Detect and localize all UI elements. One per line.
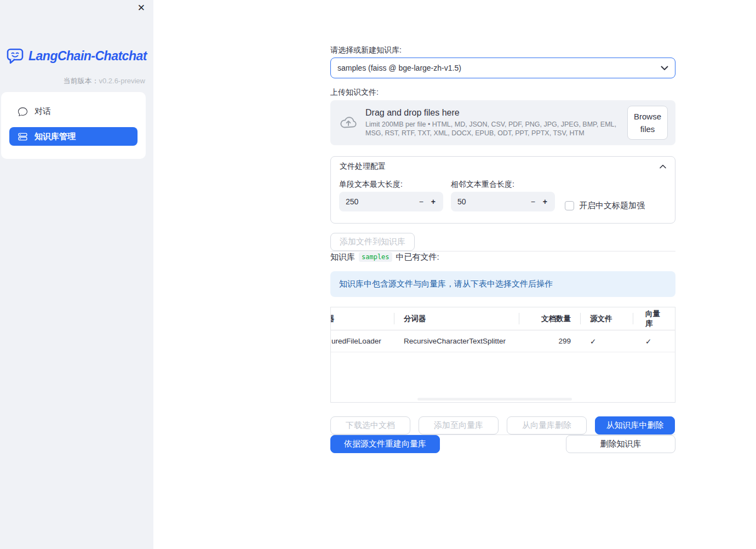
add-files-to-kb-button[interactable]: 添加文件到知识库 bbox=[330, 233, 415, 251]
add-to-vector-store-button[interactable]: 添加至向量库 bbox=[419, 416, 499, 434]
chunk-size-label: 单段文本最大长度: bbox=[339, 180, 443, 189]
kb-files-table[interactable]: 器 分词器 文档数量 源文件 向量库 uredFileLoader Recurs… bbox=[330, 307, 675, 403]
dropzone-text: Drag and drop files here Limit 200MB per… bbox=[365, 108, 627, 138]
check-icon: ✓ bbox=[645, 337, 651, 346]
overlap-size-input[interactable]: 50 − + bbox=[451, 192, 555, 211]
cell-splitter[interactable]: RecursiveCharacterTextSplitter bbox=[394, 330, 519, 352]
cell-source-file-check[interactable]: ✓ bbox=[581, 330, 633, 352]
sidebar-close-icon[interactable]: ✕ bbox=[138, 3, 145, 13]
info-banner-text: 知识库中包含源文件与向量库，请从下表中选择文件后操作 bbox=[339, 279, 553, 289]
column-header-source-file[interactable]: 源文件 bbox=[581, 307, 633, 330]
kb-files-suffix: 中已有文件: bbox=[396, 252, 439, 262]
kb-files-prefix: 知识库 bbox=[330, 252, 355, 262]
column-header-splitter[interactable]: 分词器 bbox=[394, 307, 519, 330]
cell-vector-store-check[interactable]: ✓ bbox=[633, 330, 675, 352]
overlap-size-value: 50 bbox=[457, 197, 527, 206]
cloud-upload-icon bbox=[339, 116, 358, 130]
delete-from-kb-button[interactable]: 从知识库中删除 bbox=[595, 416, 675, 434]
kb-select-label: 请选择或新建知识库: bbox=[330, 45, 675, 55]
sidebar-item-dialogue[interactable]: 对话 bbox=[9, 102, 138, 121]
kb-files-heading: 知识库 samples 中已有文件: bbox=[330, 251, 675, 262]
version-value: v0.2.6-preview bbox=[99, 77, 145, 85]
sidebar-menu: 对话 知识库管理 bbox=[1, 92, 146, 159]
kb-selectbox[interactable]: samples (faiss @ bge-large-zh-v1.5) bbox=[330, 58, 675, 78]
browse-files-button[interactable]: Browse files bbox=[627, 106, 668, 140]
cell-loader[interactable]: uredFileLoader bbox=[331, 330, 394, 352]
dropzone-title: Drag and drop files here bbox=[365, 108, 627, 118]
zh-title-checkbox-label: 开启中文标题加强 bbox=[579, 201, 645, 211]
expander-title: 文件处理配置 bbox=[340, 162, 660, 171]
app-title: LangChain-Chatchat bbox=[28, 49, 147, 64]
delete-kb-button[interactable]: 删除知识库 bbox=[566, 435, 675, 453]
main-area: 请选择或新建知识库: samples (faiss @ bge-large-zh… bbox=[153, 0, 756, 549]
sidebar: ✕ LangChain-Chatchat 当前版本：v0.2.6-preview… bbox=[0, 0, 153, 549]
overlap-size-label: 相邻文本重合长度: bbox=[451, 180, 555, 189]
version-label: 当前版本： bbox=[63, 77, 99, 85]
download-selected-docs-button[interactable]: 下载选中文档 bbox=[330, 416, 410, 434]
decrement-button[interactable]: − bbox=[415, 198, 427, 205]
check-icon: ✓ bbox=[590, 337, 596, 346]
column-header-vector-store[interactable]: 向量库 bbox=[633, 307, 675, 330]
increment-button[interactable]: + bbox=[427, 198, 436, 205]
file-dropzone[interactable]: Drag and drop files here Limit 200MB per… bbox=[330, 100, 675, 145]
chevron-down-icon bbox=[661, 66, 668, 71]
app-logo: LangChain-Chatchat bbox=[7, 48, 147, 65]
sidebar-item-label: 知识库管理 bbox=[35, 131, 76, 142]
file-config-expander: 文件处理配置 单段文本最大长度: 250 − + 相邻文本重合长度: bbox=[330, 156, 675, 224]
kb-actions: 依据源文件重建向量库 删除知识库 bbox=[330, 435, 675, 453]
upload-label: 上传知识文件: bbox=[330, 88, 675, 97]
stack-icon bbox=[18, 132, 27, 141]
column-header-loader[interactable]: 器 bbox=[331, 307, 394, 330]
decrement-button[interactable]: − bbox=[527, 198, 539, 205]
info-banner: 知识库中包含源文件与向量库，请从下表中选择文件后操作 bbox=[330, 271, 675, 297]
rebuild-vector-store-button[interactable]: 依据源文件重建向量库 bbox=[330, 435, 440, 453]
expander-header[interactable]: 文件处理配置 bbox=[331, 157, 675, 176]
document-actions: 下载选中文档 添加至向量库 从向量库删除 从知识库中删除 bbox=[330, 416, 675, 434]
table-horizontal-scrollbar[interactable] bbox=[417, 398, 572, 401]
chunk-size-value: 250 bbox=[346, 197, 415, 206]
table-header-row: 器 分词器 文档数量 源文件 向量库 bbox=[331, 307, 675, 330]
dropzone-limit-text: Limit 200MB per file • HTML, MD, JSON, C… bbox=[365, 120, 627, 138]
sidebar-item-label: 对话 bbox=[35, 106, 51, 117]
delete-from-vector-store-button[interactable]: 从向量库删除 bbox=[507, 416, 587, 434]
kb-name-code: samples bbox=[359, 252, 392, 262]
chevron-up-icon bbox=[660, 164, 666, 169]
increment-button[interactable]: + bbox=[539, 198, 547, 205]
chat-bubble-icon bbox=[18, 107, 27, 116]
version-info: 当前版本：v0.2.6-preview bbox=[63, 76, 145, 86]
cell-doc-count[interactable]: 299 bbox=[519, 330, 581, 352]
table-row[interactable]: uredFileLoader RecursiveCharacterTextSpl… bbox=[331, 330, 675, 352]
column-header-doc-count[interactable]: 文档数量 bbox=[519, 307, 581, 330]
kb-selected-value: samples (faiss @ bge-large-zh-v1.5) bbox=[337, 64, 661, 72]
chunk-size-input[interactable]: 250 − + bbox=[339, 192, 443, 211]
sidebar-item-knowledge-base[interactable]: 知识库管理 bbox=[9, 127, 138, 146]
logo-chat-smiley-icon bbox=[7, 48, 25, 65]
zh-title-checkbox[interactable] bbox=[565, 201, 574, 210]
